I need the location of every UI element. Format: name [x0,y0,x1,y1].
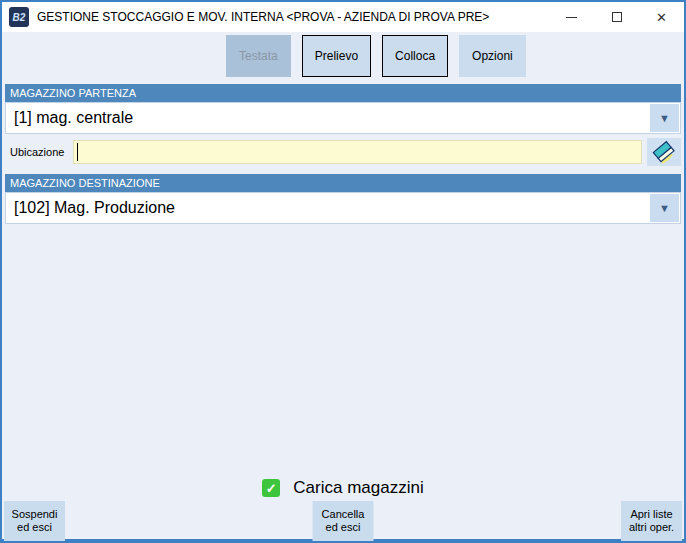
window-title: GESTIONE STOCCAGGIO E MOV. INTERNA <PROV… [37,10,489,24]
ubicazione-input[interactable] [73,140,642,164]
minimize-icon [566,17,577,18]
app-icon[interactable]: B2 [9,7,29,27]
app-window: B2 GESTIONE STOCCAGGIO E MOV. INTERNA <P… [0,0,686,543]
carica-magazzini-label: Carica magazzini [293,478,423,498]
apri-liste-altri-oper-button[interactable]: Apri liste altri oper. [621,501,682,541]
chevron-down-icon: ▼ [659,203,670,214]
check-icon: ✓ [266,482,277,495]
tab-colloca[interactable]: Colloca [382,35,448,77]
button-label-line: Sospendi [12,508,58,521]
chevron-down-icon: ▼ [659,113,670,124]
tab-testata[interactable]: Testata [226,35,291,77]
magazzino-destinazione-dropdown-button[interactable]: ▼ [650,194,679,222]
minimize-button[interactable] [549,2,594,32]
button-label-line: ed esci [17,521,52,534]
window-content: Testata Prelievo Colloca Opzioni MAGAZZI… [2,32,684,539]
cancella-ed-esci-button[interactable]: Cancella ed esci [313,501,374,541]
window-controls: ✕ [549,2,684,32]
section-header-magazzino-destinazione: MAGAZZINO DESTINAZIONE [5,174,681,192]
tab-opzioni[interactable]: Opzioni [459,35,526,77]
carica-magazzini-row: ✓ Carica magazzini [2,476,684,500]
tab-bar: Testata Prelievo Colloca Opzioni [226,35,526,77]
button-label-line: Apri liste [630,508,672,521]
tab-prelievo[interactable]: Prelievo [302,35,371,77]
section-header-magazzino-partenza: MAGAZZINO PARTENZA [5,84,681,102]
close-button[interactable]: ✕ [639,2,684,32]
close-icon: ✕ [656,11,667,24]
magazzino-partenza-dropdown-button[interactable]: ▼ [650,104,679,132]
app-icon-text: B2 [13,12,26,23]
magazzino-destinazione-value: [102] Mag. Produzione [6,199,649,217]
button-label-line: altri oper. [629,521,674,534]
maximize-button[interactable] [594,2,639,32]
text-cursor [77,143,78,161]
title-bar: B2 GESTIONE STOCCAGGIO E MOV. INTERNA <P… [2,2,684,32]
button-label-line: Cancella [322,508,365,521]
magazzino-partenza-value: [1] mag. centrale [6,109,649,127]
ubicazione-row: Ubicazione [5,138,681,166]
ubicazione-label: Ubicazione [5,146,73,158]
magazzino-partenza-combobox[interactable]: [1] mag. centrale ▼ [5,102,681,134]
eraser-icon [652,140,676,164]
magazzino-destinazione-combobox[interactable]: [102] Mag. Produzione ▼ [5,192,681,224]
maximize-icon [612,12,622,22]
button-label-line: ed esci [326,521,361,534]
carica-magazzini-checkbox[interactable]: ✓ [262,479,280,497]
clear-ubicazione-button[interactable] [647,138,681,166]
sospendi-ed-esci-button[interactable]: Sospendi ed esci [4,501,65,541]
